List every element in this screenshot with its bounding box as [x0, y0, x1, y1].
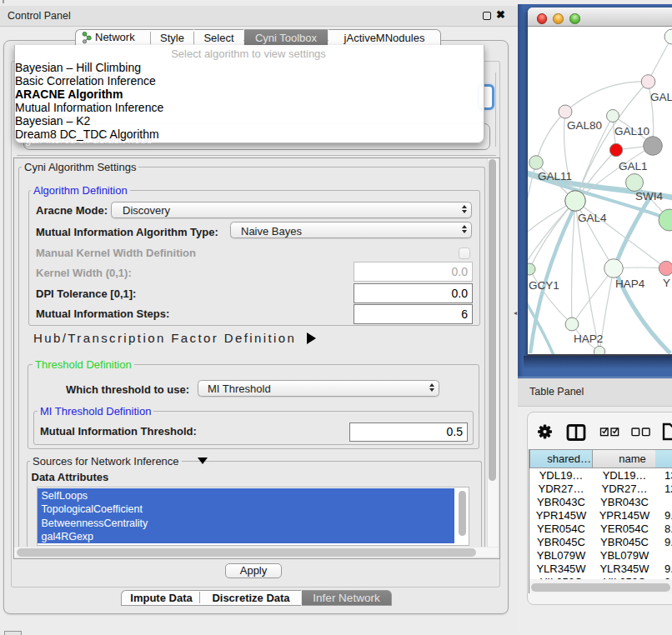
svg-text:GAL80: GAL80: [567, 119, 602, 132]
svg-text:GAL10: GAL10: [614, 125, 649, 138]
svg-text:GCY1: GCY1: [529, 279, 559, 292]
svg-text:GAL4: GAL4: [578, 212, 607, 224]
svg-text:SWI4: SWI4: [635, 190, 663, 202]
svg-text:Y: Y: [663, 277, 670, 289]
svg-text:HAP2: HAP2: [574, 332, 603, 345]
svg-text:GAL11: GAL11: [538, 170, 572, 182]
svg-text:GAL1: GAL1: [619, 160, 648, 172]
svg-text:GAL7: GAL7: [650, 91, 672, 103]
svg-text:HAP4: HAP4: [615, 278, 645, 290]
